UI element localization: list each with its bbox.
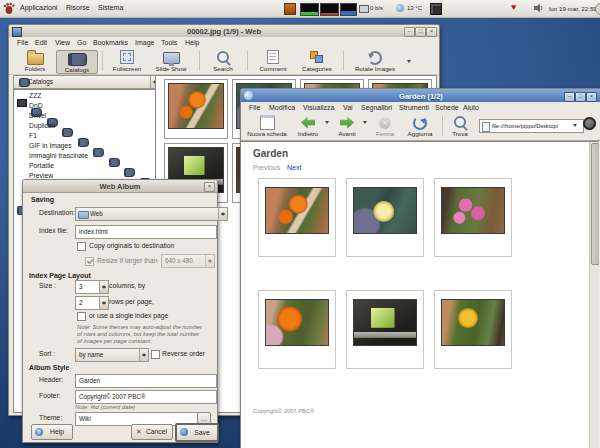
save-button[interactable]: Save (175, 423, 219, 442)
gthumb-menu-edit[interactable]: Edit (35, 39, 47, 46)
forward-button[interactable]: Avanti (333, 115, 361, 137)
single-index-checkbox[interactable] (77, 312, 86, 321)
catalog-item[interactable]: F1 (29, 132, 37, 139)
url-bar[interactable]: file:///home/pippo/Desktop/ (479, 119, 584, 133)
panel-menu-applications[interactable]: Applicazioni (20, 4, 57, 11)
reload-button[interactable]: Aggiorna (403, 115, 437, 137)
browser-menu-edit[interactable]: Modifica (269, 104, 295, 111)
reverse-order-checkbox[interactable] (151, 350, 160, 359)
sidebar-view-selector[interactable]: Catalogs (13, 75, 160, 89)
memory-monitor-applet[interactable] (320, 3, 339, 16)
thumbnail-card[interactable] (164, 79, 228, 139)
panel-menu-places[interactable]: Risorse (66, 4, 90, 11)
catalog-item[interactable]: GIF in Images (29, 142, 72, 149)
clock[interactable]: lun 19 mar, 22:59 (549, 5, 597, 12)
back-history-chevron[interactable] (325, 121, 329, 126)
photo-yellow-rose-garden[interactable] (441, 299, 505, 346)
panel-menu-system[interactable]: Sistema (98, 4, 123, 11)
folders-button[interactable]: Folders (17, 50, 53, 72)
find-button[interactable]: Trova (447, 115, 473, 137)
rows-spin-arrows[interactable] (99, 297, 108, 309)
resize-size-combo[interactable]: 640 x 480 (161, 254, 215, 268)
browser-minimize-button[interactable]: – (564, 92, 575, 102)
content-scrollbar[interactable] (589, 142, 599, 448)
gnome-foot-icon[interactable] (3, 2, 15, 15)
catalog-item[interactable]: ZZZ (29, 92, 41, 99)
dialog-titlebar[interactable]: Web Album × (23, 180, 217, 193)
photo-card[interactable] (346, 178, 424, 257)
gthumb-maximize-button[interactable]: □ (415, 27, 426, 37)
index-file-input[interactable]: index.html (75, 225, 217, 239)
catalog-item[interactable]: Duplicati (29, 122, 55, 129)
browser-maximize-button[interactable]: □ (575, 92, 586, 102)
distro-update-icon[interactable]: ♥ (511, 2, 516, 13)
notification-app-icon[interactable] (284, 3, 296, 15)
gthumb-menu-image[interactable]: Image (135, 39, 154, 46)
catalog-item[interactable]: DnD (29, 102, 43, 109)
photo-orange-marigold-pot[interactable] (265, 187, 329, 234)
columns-spinbox[interactable]: 3 (75, 280, 109, 294)
photo-pink-flowers[interactable] (441, 187, 505, 234)
browser-menu-go[interactable]: Vai (343, 104, 353, 111)
browser-menu-tabs[interactable]: Schede (435, 104, 459, 111)
photo-pale-yellow-rose[interactable] (353, 187, 417, 234)
browser-menu-help[interactable]: Aiuto (463, 104, 479, 111)
rotate-images-button[interactable]: Rotate Images (349, 50, 401, 72)
cancel-button[interactable]: ✕ Cancel (131, 424, 173, 440)
columns-spin-arrows[interactable] (99, 281, 108, 293)
url-dropdown-chevron[interactable] (573, 124, 577, 129)
header-input[interactable]: Garden (75, 374, 217, 388)
session-icon[interactable] (595, 3, 600, 15)
scrollbar-thumb[interactable] (591, 143, 599, 265)
footer-input[interactable]: Copyright© 2007 PBC® (75, 390, 217, 404)
browser-menu-tools[interactable]: Strumenti (399, 104, 429, 111)
browser-close-button[interactable]: × (586, 92, 597, 102)
search-button[interactable]: Search (205, 50, 241, 72)
gthumb-menu-bookmarks[interactable]: Bookmarks (93, 39, 128, 46)
categories-button[interactable]: Categories (295, 50, 339, 72)
catalogs-button[interactable]: Catalogs (56, 50, 98, 74)
catalog-item[interactable]: Portatile (29, 162, 54, 169)
gthumb-menu-help[interactable]: Help (185, 39, 199, 46)
stop-button[interactable]: ✕Ferma (371, 115, 399, 137)
gthumb-menu-file[interactable]: File (17, 39, 28, 46)
comment-button[interactable]: Comment (253, 50, 293, 72)
next-link[interactable]: Next (287, 164, 301, 171)
photo-card[interactable] (346, 290, 424, 369)
photo-card[interactable] (434, 178, 512, 257)
gthumb-close-button[interactable]: × (426, 27, 437, 37)
browser-menu-file[interactable]: File (249, 104, 260, 111)
catalog-item[interactable]: Preview (29, 172, 53, 179)
browser-menu-bookmarks[interactable]: Segnalibri (361, 104, 392, 111)
gthumb-menu-go[interactable]: Go (77, 39, 86, 46)
gthumb-menu-tools[interactable]: Tools (161, 39, 177, 46)
volume-icon[interactable] (534, 3, 544, 13)
copy-originals-checkbox[interactable] (77, 242, 86, 251)
fullscreen-button[interactable]: Fullscreen (107, 50, 147, 72)
catalog-item[interactable]: Immagini trascinate (29, 152, 88, 159)
sort-combo[interactable]: by name (75, 348, 149, 362)
back-button[interactable]: Indietro (293, 115, 323, 137)
photo-dark-room-bright-screen[interactable] (353, 299, 417, 346)
new-tab-button[interactable]: Nuova scheda (245, 115, 289, 137)
gthumb-minimize-button[interactable]: – (404, 27, 415, 37)
network-icon[interactable] (359, 5, 369, 13)
photo-card[interactable] (434, 290, 512, 369)
net-monitor-applet[interactable] (340, 3, 357, 16)
forward-history-chevron[interactable] (363, 121, 367, 126)
previous-link[interactable]: Previous (253, 164, 280, 171)
resize-checkbox[interactable] (85, 257, 94, 266)
browser-menu-view[interactable]: Visualizza (303, 104, 334, 111)
toolbar-overflow-chevron[interactable] (407, 60, 411, 65)
photo-card[interactable] (258, 178, 336, 257)
destination-combo[interactable]: Web (75, 207, 228, 221)
cpu-monitor-applet[interactable] (300, 3, 319, 16)
catalog-item[interactable]: Drivel (29, 112, 46, 119)
workspace-applet-icon[interactable] (430, 3, 442, 15)
rows-spinbox[interactable]: 2 (75, 296, 109, 310)
photo-card[interactable] (258, 290, 336, 369)
slideshow-button[interactable]: Slide Show (149, 50, 193, 72)
dialog-close-button[interactable]: × (204, 182, 215, 192)
browser-titlebar[interactable]: Garden (1/2) – □ × (241, 89, 600, 103)
help-button[interactable]: ? Help (31, 424, 73, 440)
